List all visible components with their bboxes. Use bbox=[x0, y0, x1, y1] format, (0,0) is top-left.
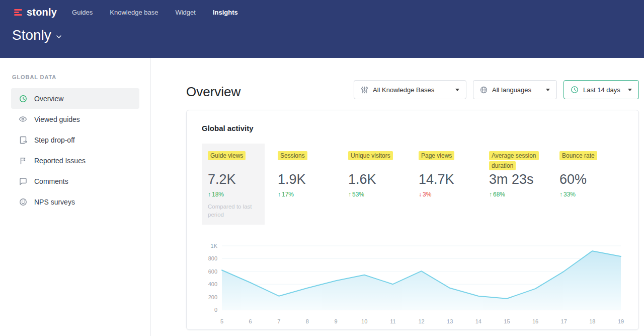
svg-text:18: 18 bbox=[589, 318, 595, 324]
sidebar-item-step-drop-off[interactable]: Step drop-off bbox=[11, 129, 139, 150]
sidebar-item-label: Overview bbox=[34, 95, 63, 103]
page-title: Overview bbox=[186, 80, 240, 100]
metric-delta: ↑18% bbox=[208, 191, 259, 198]
svg-text:9: 9 bbox=[335, 318, 338, 324]
trend-arrow-icon: ↑ bbox=[348, 191, 351, 198]
metric-note: Compared to last period bbox=[208, 203, 256, 219]
languages-filter[interactable]: All languages bbox=[473, 80, 557, 99]
overview-icon bbox=[19, 94, 27, 103]
metric-label: Sessions bbox=[278, 151, 307, 160]
metric-label: Guide views bbox=[208, 151, 246, 160]
metric-value: 3m 23s bbox=[489, 172, 559, 187]
trend-arrow-icon: ↑ bbox=[559, 191, 562, 198]
sidebar-section-label: GLOBAL DATA bbox=[0, 74, 150, 80]
trend-arrow-icon: ↓ bbox=[419, 191, 422, 198]
metric-page-views[interactable]: Page views 14.7K ↓3% bbox=[419, 144, 489, 198]
trend-arrow-icon: ↑ bbox=[278, 191, 281, 198]
svg-text:200: 200 bbox=[208, 294, 217, 300]
date-range-filter-value: Last 14 days bbox=[583, 86, 620, 94]
brand-name: stonly bbox=[27, 7, 57, 18]
workspace-name: Stonly bbox=[12, 27, 51, 43]
smiley-icon bbox=[19, 197, 27, 206]
area-chart: 02004006008001K5678910111213141516171819 bbox=[202, 241, 624, 327]
global-activity-card: Global activity Guide views 7.2K ↑18% Co… bbox=[186, 110, 639, 330]
main-content: Overview All Knowledge Bases All lang bbox=[151, 58, 644, 336]
svg-text:12: 12 bbox=[418, 318, 424, 324]
svg-text:17: 17 bbox=[561, 318, 567, 324]
trend-arrow-icon: ↑ bbox=[208, 191, 211, 198]
sidebar: GLOBAL DATA Overview Viewed guides Step … bbox=[0, 58, 151, 336]
activity-chart: 02004006008001K5678910111213141516171819 bbox=[202, 241, 623, 329]
main-header: Overview All Knowledge Bases All lang bbox=[151, 58, 644, 100]
stonly-logo[interactable]: stonly bbox=[14, 7, 57, 18]
flag-icon bbox=[19, 156, 27, 165]
nav-guides[interactable]: Guides bbox=[72, 9, 93, 16]
metric-value: 1.9K bbox=[278, 172, 348, 187]
sidebar-item-label: Viewed guides bbox=[34, 115, 80, 123]
metric-sessions[interactable]: Sessions 1.9K ↑17% bbox=[278, 144, 348, 198]
stonly-logo-icon bbox=[14, 9, 22, 16]
sidebar-item-label: Reported Issues bbox=[34, 157, 86, 165]
metric-unique-visitors[interactable]: Unique visitors 1.6K ↑53% bbox=[348, 144, 419, 198]
svg-text:6: 6 bbox=[249, 318, 252, 324]
caret-down-icon bbox=[628, 89, 632, 91]
sidebar-item-nps-surveys[interactable]: NPS surveys bbox=[11, 191, 139, 212]
sidebar-item-viewed-guides[interactable]: Viewed guides bbox=[11, 109, 139, 129]
svg-text:10: 10 bbox=[361, 318, 367, 324]
step-dropoff-icon bbox=[19, 136, 27, 144]
knowledge-bases-filter[interactable]: All Knowledge Bases bbox=[354, 80, 466, 99]
knowledge-bases-filter-value: All Knowledge Bases bbox=[373, 86, 434, 94]
caret-down-icon bbox=[546, 89, 550, 91]
metric-average-session-duration[interactable]: Average session duration 3m 23s ↑68% bbox=[489, 144, 559, 198]
top-nav-links: Guides Knowledge base Widget Insights bbox=[72, 9, 238, 16]
metric-value: 60% bbox=[559, 172, 630, 187]
svg-text:1K: 1K bbox=[211, 243, 218, 249]
caret-down-icon bbox=[455, 89, 459, 91]
sidebar-item-label: Comments bbox=[34, 177, 68, 185]
nav-knowledge-base[interactable]: Knowledge base bbox=[110, 9, 158, 16]
trend-arrow-icon: ↑ bbox=[489, 191, 492, 198]
languages-filter-value: All languages bbox=[492, 86, 531, 94]
workspace-selector[interactable]: Stonly bbox=[12, 27, 61, 43]
svg-text:7: 7 bbox=[277, 318, 280, 324]
metric-label: Page views bbox=[419, 151, 454, 160]
metric-bounce-rate[interactable]: Bounce rate 60% ↑33% bbox=[559, 144, 630, 198]
comment-icon bbox=[19, 177, 27, 185]
chevron-down-icon bbox=[56, 35, 61, 38]
svg-text:11: 11 bbox=[390, 318, 395, 324]
clock-icon bbox=[571, 86, 579, 94]
svg-text:15: 15 bbox=[504, 318, 510, 324]
workspace-row: Stonly bbox=[0, 21, 644, 43]
nav-insights[interactable]: Insights bbox=[213, 9, 238, 16]
card-title: Global activity bbox=[202, 124, 623, 132]
sliders-icon bbox=[361, 86, 368, 94]
eye-icon bbox=[19, 115, 27, 123]
metric-guide-views[interactable]: Guide views 7.2K ↑18% Compared to last p… bbox=[202, 144, 265, 225]
metric-delta: ↑68% bbox=[489, 191, 559, 198]
metric-delta: ↑17% bbox=[278, 191, 348, 198]
metric-value: 1.6K bbox=[348, 172, 419, 187]
globe-icon bbox=[480, 86, 488, 94]
sidebar-item-overview[interactable]: Overview bbox=[11, 88, 139, 109]
nav-widget[interactable]: Widget bbox=[175, 9, 195, 16]
metric-label: Bounce rate bbox=[559, 151, 597, 160]
svg-text:8: 8 bbox=[306, 318, 309, 324]
metric-value: 7.2K bbox=[208, 172, 259, 187]
svg-text:5: 5 bbox=[220, 318, 223, 324]
app-body: GLOBAL DATA Overview Viewed guides Step … bbox=[0, 58, 644, 336]
top-navigation: stonly Guides Knowledge base Widget Insi… bbox=[0, 0, 644, 21]
sidebar-item-comments[interactable]: Comments bbox=[11, 171, 139, 191]
metric-delta: ↑33% bbox=[559, 191, 630, 198]
svg-text:13: 13 bbox=[447, 318, 453, 324]
svg-text:800: 800 bbox=[208, 256, 217, 262]
filters-bar: All Knowledge Bases All languages bbox=[354, 80, 639, 99]
sidebar-item-label: Step drop-off bbox=[34, 136, 75, 144]
metrics-row: Guide views 7.2K ↑18% Compared to last p… bbox=[202, 144, 623, 225]
svg-text:0: 0 bbox=[214, 307, 217, 313]
sidebar-item-reported-issues[interactable]: Reported Issues bbox=[11, 150, 139, 171]
metric-delta: ↑53% bbox=[348, 191, 419, 198]
metric-delta: ↓3% bbox=[419, 191, 489, 198]
date-range-filter[interactable]: Last 14 days bbox=[564, 80, 639, 99]
metric-label: Unique visitors bbox=[348, 151, 393, 160]
metric-value: 14.7K bbox=[419, 172, 489, 187]
